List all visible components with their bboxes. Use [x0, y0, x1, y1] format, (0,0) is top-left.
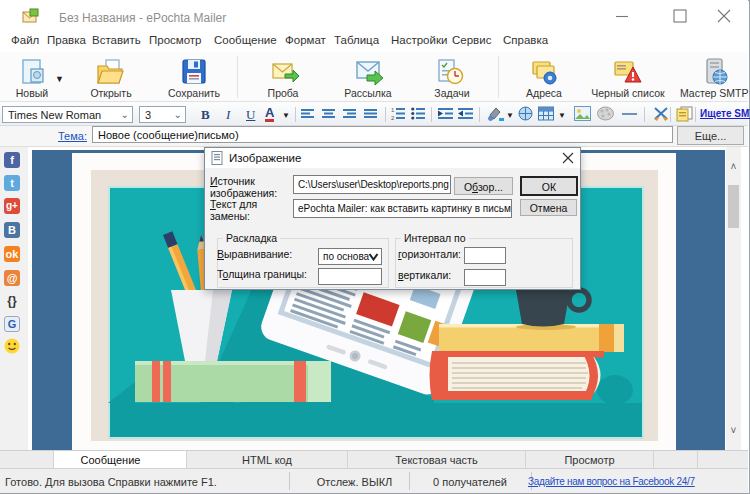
svg-text:1: 1 — [391, 107, 395, 113]
svg-text:2: 2 — [391, 115, 395, 121]
